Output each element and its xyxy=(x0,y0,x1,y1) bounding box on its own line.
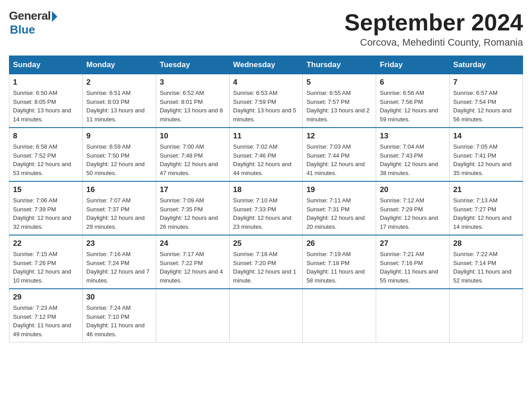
day-number: 16 xyxy=(86,185,152,194)
calendar-cell: 25Sunrise: 7:18 AMSunset: 7:20 PMDayligh… xyxy=(229,235,303,289)
day-number: 11 xyxy=(233,132,299,141)
calendar-cell: 6Sunrise: 6:56 AMSunset: 7:56 PMDaylight… xyxy=(376,74,450,128)
calendar-cell: 5Sunrise: 6:55 AMSunset: 7:57 PMDaylight… xyxy=(303,74,376,128)
header-wednesday: Wednesday xyxy=(229,56,303,74)
day-info: Sunrise: 7:21 AMSunset: 7:16 PMDaylight:… xyxy=(380,250,446,285)
header-monday: Monday xyxy=(82,56,156,74)
day-info: Sunrise: 7:12 AMSunset: 7:29 PMDaylight:… xyxy=(380,196,446,231)
calendar-cell: 27Sunrise: 7:21 AMSunset: 7:16 PMDayligh… xyxy=(376,235,450,289)
calendar-header-row: SundayMondayTuesdayWednesdayThursdayFrid… xyxy=(9,56,523,74)
day-info: Sunrise: 7:10 AMSunset: 7:33 PMDaylight:… xyxy=(233,196,299,231)
day-number: 23 xyxy=(86,239,152,248)
day-number: 26 xyxy=(306,239,372,248)
day-number: 17 xyxy=(160,185,226,194)
calendar-cell: 22Sunrise: 7:15 AMSunset: 7:26 PMDayligh… xyxy=(9,235,83,289)
logo: General Blue xyxy=(9,9,57,37)
day-number: 1 xyxy=(13,78,79,87)
day-info: Sunrise: 7:13 AMSunset: 7:27 PMDaylight:… xyxy=(453,196,519,231)
calendar-cell: 7Sunrise: 6:57 AMSunset: 7:54 PMDaylight… xyxy=(450,74,523,128)
day-number: 10 xyxy=(160,132,226,141)
calendar-cell: 20Sunrise: 7:12 AMSunset: 7:29 PMDayligh… xyxy=(376,181,450,235)
day-info: Sunrise: 7:07 AMSunset: 7:37 PMDaylight:… xyxy=(86,196,152,231)
calendar-cell: 18Sunrise: 7:10 AMSunset: 7:33 PMDayligh… xyxy=(229,181,303,235)
day-number: 25 xyxy=(233,239,299,248)
calendar-cell: 15Sunrise: 7:06 AMSunset: 7:39 PMDayligh… xyxy=(9,181,83,235)
calendar-cell: 12Sunrise: 7:03 AMSunset: 7:44 PMDayligh… xyxy=(303,128,376,181)
day-number: 28 xyxy=(453,239,519,248)
calendar-cell: 28Sunrise: 7:22 AMSunset: 7:14 PMDayligh… xyxy=(450,235,523,289)
day-info: Sunrise: 7:18 AMSunset: 7:20 PMDaylight:… xyxy=(233,250,299,285)
month-title: September 2024 xyxy=(344,9,523,36)
day-number: 8 xyxy=(13,132,79,141)
header-friday: Friday xyxy=(376,56,450,74)
day-info: Sunrise: 7:16 AMSunset: 7:24 PMDaylight:… xyxy=(86,250,152,285)
calendar-cell xyxy=(229,289,303,342)
day-number: 3 xyxy=(160,78,226,87)
calendar-week-row: 1Sunrise: 6:50 AMSunset: 8:05 PMDaylight… xyxy=(9,74,523,128)
day-info: Sunrise: 7:04 AMSunset: 7:43 PMDaylight:… xyxy=(380,142,446,177)
day-number: 27 xyxy=(380,239,446,248)
day-number: 4 xyxy=(233,78,299,87)
day-number: 6 xyxy=(380,78,446,87)
day-number: 29 xyxy=(13,293,79,302)
calendar-cell: 16Sunrise: 7:07 AMSunset: 7:37 PMDayligh… xyxy=(82,181,156,235)
header-sunday: Sunday xyxy=(9,56,83,74)
calendar-cell: 17Sunrise: 7:09 AMSunset: 7:35 PMDayligh… xyxy=(156,181,229,235)
calendar-cell: 29Sunrise: 7:23 AMSunset: 7:12 PMDayligh… xyxy=(9,289,83,342)
logo-blue-text: Blue xyxy=(10,23,35,37)
day-info: Sunrise: 6:52 AMSunset: 8:01 PMDaylight:… xyxy=(160,89,226,124)
day-info: Sunrise: 7:02 AMSunset: 7:46 PMDaylight:… xyxy=(233,142,299,177)
calendar-table: SundayMondayTuesdayWednesdayThursdayFrid… xyxy=(9,56,523,342)
day-number: 24 xyxy=(160,239,226,248)
calendar-cell: 26Sunrise: 7:19 AMSunset: 7:18 PMDayligh… xyxy=(303,235,376,289)
page-header: General Blue September 2024 Corcova, Meh… xyxy=(9,9,523,48)
header-saturday: Saturday xyxy=(450,56,523,74)
day-number: 30 xyxy=(86,293,152,302)
calendar-cell xyxy=(376,289,450,342)
day-info: Sunrise: 7:19 AMSunset: 7:18 PMDaylight:… xyxy=(306,250,372,285)
day-info: Sunrise: 7:06 AMSunset: 7:39 PMDaylight:… xyxy=(13,196,79,231)
day-info: Sunrise: 7:24 AMSunset: 7:10 PMDaylight:… xyxy=(86,304,152,338)
calendar-cell: 11Sunrise: 7:02 AMSunset: 7:46 PMDayligh… xyxy=(229,128,303,181)
day-info: Sunrise: 7:11 AMSunset: 7:31 PMDaylight:… xyxy=(306,196,372,231)
day-info: Sunrise: 6:55 AMSunset: 7:57 PMDaylight:… xyxy=(306,89,372,124)
calendar-week-row: 29Sunrise: 7:23 AMSunset: 7:12 PMDayligh… xyxy=(9,289,523,342)
header-tuesday: Tuesday xyxy=(156,56,229,74)
day-info: Sunrise: 7:00 AMSunset: 7:48 PMDaylight:… xyxy=(160,142,226,177)
location-text: Corcova, Mehedinti County, Romania xyxy=(344,37,523,48)
calendar-cell: 3Sunrise: 6:52 AMSunset: 8:01 PMDaylight… xyxy=(156,74,229,128)
day-number: 2 xyxy=(86,78,152,87)
day-info: Sunrise: 6:58 AMSunset: 7:52 PMDaylight:… xyxy=(13,142,79,177)
logo-general-text: General xyxy=(9,9,51,23)
day-info: Sunrise: 6:56 AMSunset: 7:56 PMDaylight:… xyxy=(380,89,446,124)
day-info: Sunrise: 6:51 AMSunset: 8:03 PMDaylight:… xyxy=(86,89,152,124)
calendar-cell: 4Sunrise: 6:53 AMSunset: 7:59 PMDaylight… xyxy=(229,74,303,128)
day-number: 19 xyxy=(306,185,372,194)
day-info: Sunrise: 7:15 AMSunset: 7:26 PMDaylight:… xyxy=(13,250,79,285)
day-info: Sunrise: 7:17 AMSunset: 7:22 PMDaylight:… xyxy=(160,250,226,285)
day-info: Sunrise: 6:53 AMSunset: 7:59 PMDaylight:… xyxy=(233,89,299,124)
calendar-week-row: 22Sunrise: 7:15 AMSunset: 7:26 PMDayligh… xyxy=(9,235,523,289)
calendar-week-row: 15Sunrise: 7:06 AMSunset: 7:39 PMDayligh… xyxy=(9,181,523,235)
calendar-cell: 19Sunrise: 7:11 AMSunset: 7:31 PMDayligh… xyxy=(303,181,376,235)
calendar-cell: 30Sunrise: 7:24 AMSunset: 7:10 PMDayligh… xyxy=(82,289,156,342)
day-number: 12 xyxy=(306,132,372,141)
day-info: Sunrise: 7:03 AMSunset: 7:44 PMDaylight:… xyxy=(306,142,372,177)
day-number: 14 xyxy=(453,132,519,141)
day-number: 18 xyxy=(233,185,299,194)
day-number: 7 xyxy=(453,78,519,87)
day-info: Sunrise: 7:05 AMSunset: 7:41 PMDaylight:… xyxy=(453,142,519,177)
calendar-cell: 1Sunrise: 6:50 AMSunset: 8:05 PMDaylight… xyxy=(9,74,83,128)
day-number: 21 xyxy=(453,185,519,194)
day-info: Sunrise: 7:22 AMSunset: 7:14 PMDaylight:… xyxy=(453,250,519,285)
calendar-cell: 13Sunrise: 7:04 AMSunset: 7:43 PMDayligh… xyxy=(376,128,450,181)
calendar-cell: 14Sunrise: 7:05 AMSunset: 7:41 PMDayligh… xyxy=(450,128,523,181)
day-number: 5 xyxy=(306,78,372,87)
logo-arrow-icon xyxy=(52,11,57,22)
day-number: 13 xyxy=(380,132,446,141)
calendar-cell: 23Sunrise: 7:16 AMSunset: 7:24 PMDayligh… xyxy=(82,235,156,289)
day-info: Sunrise: 6:57 AMSunset: 7:54 PMDaylight:… xyxy=(453,89,519,124)
calendar-cell: 10Sunrise: 7:00 AMSunset: 7:48 PMDayligh… xyxy=(156,128,229,181)
day-number: 20 xyxy=(380,185,446,194)
calendar-cell: 8Sunrise: 6:58 AMSunset: 7:52 PMDaylight… xyxy=(9,128,83,181)
